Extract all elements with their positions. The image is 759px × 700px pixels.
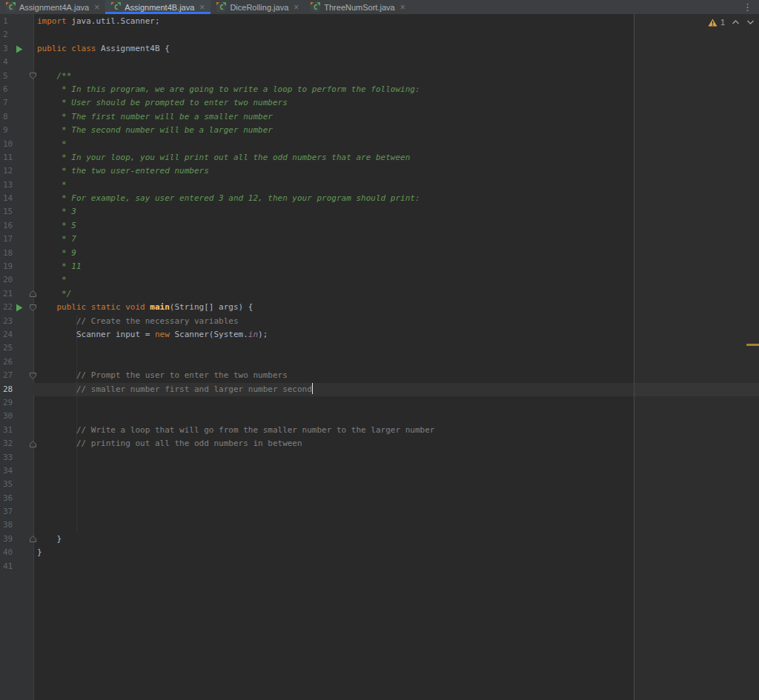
java-class-icon: C <box>311 2 320 12</box>
gutter-cell[interactable]: 36 <box>0 492 33 505</box>
tab-assignment4b-java[interactable]: CAssignment4B.java× <box>105 0 211 14</box>
gutter-cell[interactable]: 39 <box>0 533 33 546</box>
code-token: in <box>248 330 258 339</box>
run-icon[interactable] <box>16 45 23 53</box>
line-number: 34 <box>3 464 13 478</box>
line-number: 11 <box>3 151 13 164</box>
tab-bar-tabs: CAssignment4A.java×CAssignment4B.java×CD… <box>0 0 411 14</box>
line-number: 35 <box>3 478 13 491</box>
code-token: } <box>37 547 42 557</box>
gutter-cell[interactable]: 12 <box>0 164 33 178</box>
tab-close-icon[interactable]: × <box>199 3 205 12</box>
tab-close-icon[interactable]: × <box>294 3 299 12</box>
gutter-cell[interactable]: 10 <box>0 138 33 151</box>
code-token: ); <box>258 330 268 339</box>
line-number: 16 <box>3 219 13 233</box>
tab-assignment4a-java[interactable]: CAssignment4A.java× <box>0 0 105 14</box>
gutter-cell[interactable]: 31 <box>0 424 33 437</box>
code-token: * 5 <box>37 221 76 230</box>
tab-dicerolling-java[interactable]: CDiceRolling.java× <box>211 0 305 14</box>
warning-summary[interactable]: 1 <box>708 18 725 27</box>
gutter-cell[interactable]: 24 <box>0 328 33 341</box>
gutter-cell[interactable]: 11 <box>0 151 33 164</box>
code-token: * 9 <box>37 248 76 258</box>
code-token: * 3 <box>37 207 76 216</box>
line-number: 2 <box>3 28 8 41</box>
gutter-cell[interactable]: 20 <box>0 273 33 287</box>
gutter-cell[interactable]: 14 <box>0 192 33 205</box>
gutter-cell[interactable]: 5 <box>0 70 33 83</box>
gutter-cell[interactable]: 23 <box>0 315 33 328</box>
chevron-down-icon[interactable] <box>746 19 755 25</box>
fold-start-icon[interactable] <box>30 373 36 379</box>
tab-label: DiceRolling.java <box>230 3 288 12</box>
code-token: // Write a loop that will go from the sm… <box>37 425 434 435</box>
chevron-up-icon[interactable] <box>732 19 740 25</box>
gutter-cell[interactable]: 16 <box>0 219 33 233</box>
gutter-cell[interactable]: 8 <box>0 110 33 124</box>
gutter-cell[interactable]: 13 <box>0 179 33 192</box>
line-number: 20 <box>3 273 13 287</box>
gutter-cell[interactable]: 6 <box>0 83 33 96</box>
line-number: 36 <box>3 492 13 505</box>
gutter-cell[interactable]: 26 <box>0 356 33 369</box>
gutter-cell[interactable]: 2 <box>0 28 33 41</box>
line-number: 4 <box>3 56 8 69</box>
editor-pane[interactable]: 1import java.util.Scanner;23public class… <box>0 14 759 700</box>
line-number: 38 <box>3 519 13 532</box>
tab-label: ThreeNumSort.java <box>324 3 394 12</box>
gutter-cell[interactable]: 9 <box>0 124 33 137</box>
gutter-cell[interactable]: 37 <box>0 505 33 519</box>
code-token: * In your loop, you will print out all t… <box>37 153 410 162</box>
fold-start-icon[interactable] <box>30 304 36 311</box>
fold-start-icon[interactable] <box>30 73 36 79</box>
fold-end-icon[interactable] <box>30 536 36 542</box>
tab-close-icon[interactable]: × <box>94 3 99 12</box>
editor-tab-bar: CAssignment4A.java×CAssignment4B.java×CD… <box>0 0 759 14</box>
gutter-cell[interactable]: 7 <box>0 96 33 110</box>
gutter-cell[interactable]: 27 <box>0 369 33 382</box>
error-stripe-warning-mark[interactable] <box>746 344 759 346</box>
gutter-cell[interactable]: 18 <box>0 247 33 260</box>
tab-threenumsort-java[interactable]: CThreeNumSort.java× <box>305 0 411 14</box>
line-number: 7 <box>3 96 8 110</box>
gutter-cell[interactable]: 3 <box>0 42 33 56</box>
gutter-cell[interactable]: 34 <box>0 464 33 478</box>
code-token: java.util.Scanner; <box>67 16 160 26</box>
fold-end-icon[interactable] <box>30 441 36 447</box>
code-token: * For example, say user entered 3 and 12… <box>37 193 420 203</box>
tab-label: Assignment4A.java <box>19 3 89 12</box>
gutter-cell[interactable]: 22 <box>0 301 33 314</box>
gutter-cell[interactable]: 29 <box>0 396 33 410</box>
gutter-cell[interactable]: 19 <box>0 260 33 273</box>
gutter-cell[interactable]: 38 <box>0 519 33 532</box>
ide-window: CAssignment4A.java×CAssignment4B.java×CD… <box>0 0 759 700</box>
code-token: * <box>37 275 67 284</box>
gutter-cell[interactable]: 32 <box>0 437 33 450</box>
line-number: 24 <box>3 328 13 341</box>
line-number: 33 <box>3 451 13 464</box>
fold-end-icon[interactable] <box>30 290 36 297</box>
gutter-cell[interactable]: 21 <box>0 287 33 301</box>
code-token <box>37 302 57 312</box>
line-number: 9 <box>3 124 8 137</box>
gutter-cell[interactable]: 1 <box>0 15 33 28</box>
code-token: } <box>37 534 62 544</box>
gutter-cell[interactable]: 4 <box>0 56 33 69</box>
gutter-cell[interactable]: 17 <box>0 233 33 246</box>
gutter-cell[interactable]: 15 <box>0 205 33 219</box>
gutter-cell[interactable]: 25 <box>0 341 33 355</box>
gutter-cell[interactable]: 35 <box>0 478 33 491</box>
gutter-cell[interactable]: 28 <box>0 383 33 396</box>
line-number: 17 <box>3 233 13 246</box>
gutter-cell[interactable]: 40 <box>0 546 33 559</box>
code-token: main <box>150 302 170 312</box>
kebab-menu-icon[interactable]: ⋮ <box>736 2 759 12</box>
run-icon[interactable] <box>16 304 23 312</box>
gutter-cell[interactable]: 30 <box>0 410 33 423</box>
line-number: 29 <box>3 396 13 410</box>
tab-close-icon[interactable]: × <box>400 3 405 12</box>
gutter-cell[interactable]: 33 <box>0 451 33 464</box>
code-token: // smaller number first and larger numbe… <box>37 384 312 394</box>
gutter-cell[interactable]: 41 <box>0 560 33 573</box>
